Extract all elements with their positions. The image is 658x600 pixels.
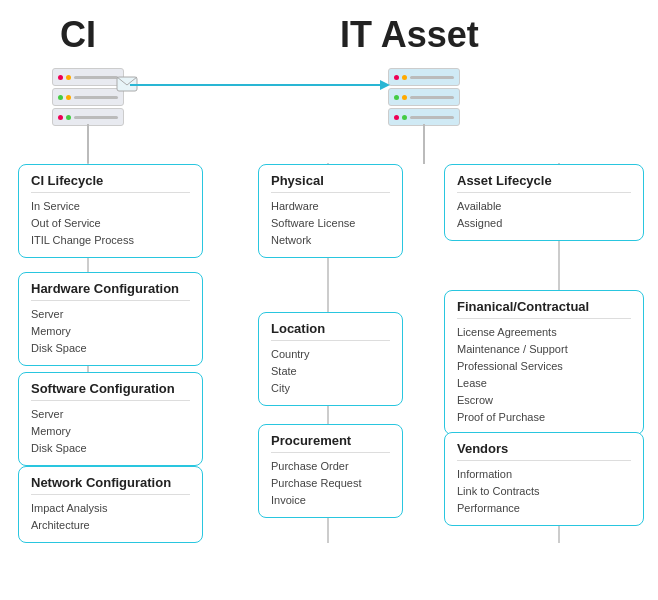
card-location: Location CountryStateCity	[258, 312, 403, 406]
card-procurement-items: Purchase OrderPurchase RequestInvoice	[271, 458, 390, 509]
card-ci-lifecycle-title: CI Lifecycle	[31, 173, 190, 193]
page: CI IT Asset	[0, 0, 658, 600]
card-physical: Physical HardwareSoftware LicenseNetwork	[258, 164, 403, 258]
card-vendors: Vendors InformationLink to ContractsPerf…	[444, 432, 644, 526]
ci-server-icon	[52, 68, 124, 126]
card-location-title: Location	[271, 321, 390, 341]
ci-title: CI	[60, 14, 96, 56]
card-asset-lifecycle-title: Asset Lifecycle	[457, 173, 631, 193]
envelope-icon	[116, 76, 138, 96]
ci-vline	[87, 124, 89, 164]
card-ci-lifecycle-items: In ServiceOut of ServiceITIL Change Proc…	[31, 198, 190, 249]
arrow-head	[380, 80, 390, 90]
card-vendors-items: InformationLink to ContractsPerformance	[457, 466, 631, 517]
card-software-config-title: Software Configuration	[31, 381, 190, 401]
card-software-config-items: ServerMemoryDisk Space	[31, 406, 190, 457]
card-financial-title: Finanical/Contractual	[457, 299, 631, 319]
card-ci-lifecycle: CI Lifecycle In ServiceOut of ServiceITI…	[18, 164, 203, 258]
card-financial-items: License AgreementsMaintenance / SupportP…	[457, 324, 631, 426]
it-asset-title: IT Asset	[340, 14, 479, 56]
card-asset-lifecycle-items: AvailableAssigned	[457, 198, 631, 232]
card-physical-items: HardwareSoftware LicenseNetwork	[271, 198, 390, 249]
card-network-config: Network Configuration Impact AnalysisArc…	[18, 466, 203, 543]
card-asset-lifecycle: Asset Lifecycle AvailableAssigned	[444, 164, 644, 241]
asset-vline	[423, 124, 425, 164]
arrow-line	[130, 84, 385, 86]
card-procurement-title: Procurement	[271, 433, 390, 453]
card-procurement: Procurement Purchase OrderPurchase Reque…	[258, 424, 403, 518]
card-hardware-config-title: Hardware Configuration	[31, 281, 190, 301]
card-software-config: Software Configuration ServerMemoryDisk …	[18, 372, 203, 466]
card-vendors-title: Vendors	[457, 441, 631, 461]
it-asset-server-icon	[388, 68, 460, 126]
card-hardware-config-items: ServerMemoryDisk Space	[31, 306, 190, 357]
card-physical-title: Physical	[271, 173, 390, 193]
card-financial: Finanical/Contractual License Agreements…	[444, 290, 644, 435]
card-network-config-title: Network Configuration	[31, 475, 190, 495]
card-hardware-config: Hardware Configuration ServerMemoryDisk …	[18, 272, 203, 366]
card-location-items: CountryStateCity	[271, 346, 390, 397]
card-network-config-items: Impact AnalysisArchitecture	[31, 500, 190, 534]
